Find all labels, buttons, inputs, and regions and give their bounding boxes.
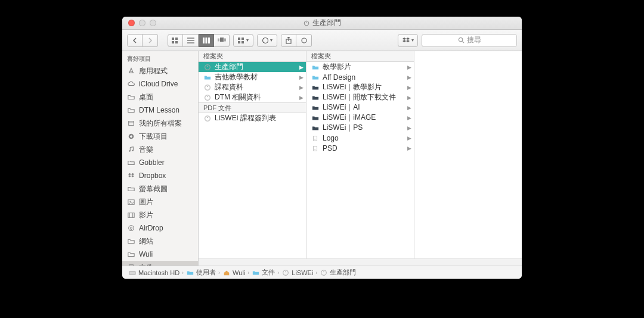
sidebar-item[interactable]: 下載項目 (122, 130, 198, 143)
chevron-right-icon: ▶ (299, 64, 304, 70)
chevron-right-icon: ▶ (407, 95, 411, 101)
svg-rect-4 (172, 41, 174, 43)
sidebar-item[interactable]: 影片 (122, 208, 198, 222)
sidebar-item[interactable]: iCloud Drive (122, 77, 198, 91)
tagfolder-icon (203, 84, 212, 91)
svg-rect-15 (238, 38, 240, 40)
list-view-button[interactable] (183, 34, 199, 47)
sidebar-item[interactable]: 音樂 (122, 143, 198, 156)
coverflow-view-button[interactable] (214, 34, 230, 47)
file-row[interactable]: 教學影片▶ (306, 62, 414, 72)
svg-point-42 (205, 85, 210, 90)
file-row[interactable]: 吉他教學教材▶ (199, 72, 306, 82)
svg-point-40 (205, 64, 210, 70)
svg-point-29 (132, 149, 134, 151)
path-segment[interactable]: 使用者 (186, 268, 216, 277)
sidebar-item[interactable]: 我的所有檔案 (122, 117, 198, 130)
horizontal-scrollbar[interactable] (199, 258, 522, 266)
path-segment[interactable]: Wuli (222, 269, 245, 276)
sidebar-item[interactable]: Wuli (122, 248, 198, 261)
tagfile-icon: ∞ (311, 135, 320, 142)
file-row[interactable]: ∞Logo▶ (306, 133, 414, 143)
tags-button[interactable] (296, 34, 312, 47)
titlebar[interactable]: 生產部門 (122, 17, 522, 30)
sidebar-item[interactable]: 文件 (122, 261, 198, 266)
arrange-button[interactable]: ▾ (233, 34, 253, 47)
tagfolder-icon (281, 269, 290, 276)
hd-icon (128, 269, 137, 276)
path-segment[interactable]: 文件 (252, 268, 275, 277)
sidebar-item[interactable]: 網站 (122, 235, 198, 248)
file-row[interactable]: LiSWEi｜AI▶ (306, 102, 414, 113)
file-row[interactable]: 生產部門▶ (199, 62, 306, 72)
sidebar-item[interactable]: DTM Lesson (122, 104, 198, 117)
share-group (281, 34, 312, 47)
airdrop-icon (127, 224, 135, 232)
svg-point-35 (129, 226, 134, 231)
column-header: 檔案夾 (306, 51, 414, 62)
dropbox-group: ▾ (398, 34, 418, 47)
path-separator-icon: › (218, 270, 220, 276)
path-label: Macintosh HD (138, 269, 179, 276)
folder-icon (127, 158, 135, 167)
svg-point-1 (306, 21, 307, 23)
path-segment[interactable]: Macintosh HD (128, 269, 179, 276)
svg-point-28 (129, 150, 131, 152)
svg-rect-3 (175, 38, 178, 40)
sidebar-item[interactable]: Dropbox (122, 169, 198, 182)
folder-icon (127, 106, 135, 114)
sidebar-item[interactable]: 桌面 (122, 91, 198, 104)
sidebar-item-label: 桌面 (139, 92, 153, 102)
column[interactable]: 檔案夾教學影片▶Aff Design▶LiSWEi｜教學影片▶LiSWEi｜開放… (306, 51, 414, 258)
svg-rect-14 (224, 38, 226, 41)
pathbar[interactable]: Macintosh HD›使用者›Wuli›文件›LiSWEi›生產部門 (122, 266, 522, 279)
file-row[interactable]: LiSWEi｜iMAGE▶ (306, 113, 414, 123)
share-button[interactable] (281, 34, 296, 47)
chevron-right-icon: ▶ (407, 125, 411, 131)
sidebar-item-label: 圖片 (139, 197, 153, 207)
file-label: LiSWEi 課程簽到表 (215, 113, 276, 123)
back-button[interactable] (127, 34, 143, 47)
column-body: 教學影片▶Aff Design▶LiSWEi｜教學影片▶LiSWEi｜開放下載文… (306, 62, 414, 258)
path-segment[interactable]: LiSWEi (281, 269, 313, 276)
svg-point-56 (323, 271, 324, 272)
svg-point-45 (207, 96, 208, 97)
file-row[interactable]: ∞PSD▶ (306, 143, 414, 153)
file-row[interactable]: LiSWEi｜教學影片▶ (306, 82, 414, 92)
file-label: LiSWEi｜AI (323, 102, 360, 113)
action-group: ▾ (257, 34, 277, 47)
column-view-button[interactable] (199, 34, 214, 47)
sidebar-item[interactable]: 圖片 (122, 195, 198, 208)
download-icon (127, 132, 135, 141)
sidebar-item[interactable]: AirDrop (122, 222, 198, 235)
file-row[interactable]: DTM 相關資料▶ (199, 92, 306, 102)
path-segment[interactable]: 生產部門 (320, 268, 356, 277)
sidebar-item[interactable]: Gobbler (122, 156, 198, 169)
file-row[interactable]: LiSWEi 課程簽到表 (199, 113, 306, 123)
icon-view-button[interactable] (168, 34, 183, 47)
file-row[interactable]: 課程資料▶ (199, 82, 306, 92)
file-row[interactable]: LiSWEi｜PS▶ (306, 123, 414, 133)
svg-rect-16 (242, 38, 244, 40)
svg-rect-17 (238, 41, 240, 43)
dropbox-button[interactable]: ▾ (398, 34, 418, 47)
tagfile-icon: ∞ (311, 145, 320, 152)
sidebar[interactable]: 喜好項目 應用程式iCloud Drive桌面DTM Lesson我的所有檔案下… (122, 51, 199, 266)
column[interactable] (414, 51, 522, 258)
darkfolder-icon (311, 94, 320, 101)
column[interactable]: 檔案夾生產部門▶吉他教學教材▶課程資料▶DTM 相關資料▶PDF 文件LiSWE… (199, 51, 306, 258)
file-label: LiSWEi｜iMAGE (323, 113, 376, 123)
search-placeholder: 搜尋 (467, 35, 481, 45)
darkfolder-icon (311, 84, 320, 91)
forward-button[interactable] (143, 34, 158, 47)
svg-rect-13 (218, 38, 219, 41)
svg-rect-18 (242, 41, 244, 43)
home-icon (222, 269, 231, 276)
file-row[interactable]: Aff Design▶ (306, 72, 414, 82)
file-row[interactable]: LiSWEi｜開放下載文件▶ (306, 92, 414, 102)
svg-point-43 (207, 86, 208, 87)
sidebar-item[interactable]: 應用程式 (122, 64, 198, 77)
action-button[interactable]: ▾ (257, 34, 277, 47)
sidebar-item[interactable]: 螢幕截圖 (122, 182, 198, 195)
search-field[interactable]: 搜尋 (422, 34, 517, 47)
